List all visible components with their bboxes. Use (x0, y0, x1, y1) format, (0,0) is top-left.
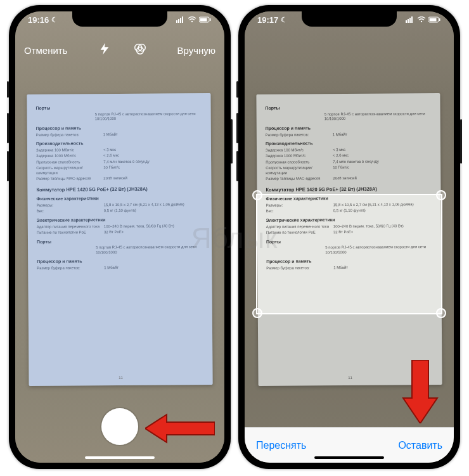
svg-point-4 (191, 21, 193, 22)
filters-icon[interactable] (133, 42, 147, 59)
home-indicator[interactable] (314, 456, 384, 459)
notch (302, 11, 397, 27)
annotation-arrow-keep (398, 360, 442, 423)
home-indicator[interactable] (85, 456, 155, 459)
wifi-icon (417, 15, 426, 25)
keep-button[interactable]: Оставить (398, 440, 442, 451)
annotation-arrow-shutter (145, 411, 215, 446)
svg-rect-15 (411, 16, 413, 23)
svg-marker-20 (403, 360, 437, 423)
svg-rect-19 (439, 18, 440, 21)
document-preview: Порты 5 портов RJ-45 с автораспознавание… (27, 93, 212, 386)
status-time: 19:17 (257, 15, 278, 25)
crop-handle-br[interactable] (436, 308, 446, 318)
svg-rect-7 (210, 18, 211, 21)
svg-rect-18 (430, 18, 437, 22)
svg-marker-11 (145, 415, 215, 442)
battery-icon (428, 15, 441, 25)
svg-rect-1 (178, 19, 179, 23)
crop-rectangle[interactable] (256, 194, 442, 314)
svg-rect-13 (408, 19, 409, 23)
battery-icon (199, 15, 212, 25)
crop-handle-tl[interactable] (252, 190, 262, 200)
svg-rect-3 (182, 16, 183, 23)
wifi-icon (188, 15, 196, 25)
manual-button[interactable]: Вручную (177, 45, 215, 56)
signal-icon (176, 15, 185, 25)
svg-rect-6 (200, 18, 207, 22)
flash-icon[interactable] (98, 42, 112, 59)
svg-point-16 (421, 21, 422, 22)
svg-rect-0 (176, 20, 177, 23)
retake-button[interactable]: Переснять (256, 440, 306, 451)
crop-handle-tr[interactable] (436, 190, 446, 200)
dnd-icon: ☾ (51, 16, 58, 24)
svg-rect-14 (409, 18, 411, 23)
notch (72, 11, 167, 27)
svg-rect-12 (406, 20, 407, 23)
dnd-icon: ☾ (281, 16, 287, 24)
crop-handle-bl[interactable] (252, 308, 262, 318)
shutter-button[interactable] (101, 408, 138, 445)
svg-rect-2 (180, 18, 181, 23)
signal-icon (406, 15, 414, 25)
status-time: 19:16 (28, 15, 49, 25)
cancel-button[interactable]: Отменить (24, 45, 68, 56)
scanner-toolbar: Отменить Вручную (15, 39, 224, 61)
phone-left: 19:16 ☾ Отменить (9, 5, 231, 469)
phone-right: 19:17 ☾ Порты 5 портов RJ-4 (238, 5, 460, 469)
